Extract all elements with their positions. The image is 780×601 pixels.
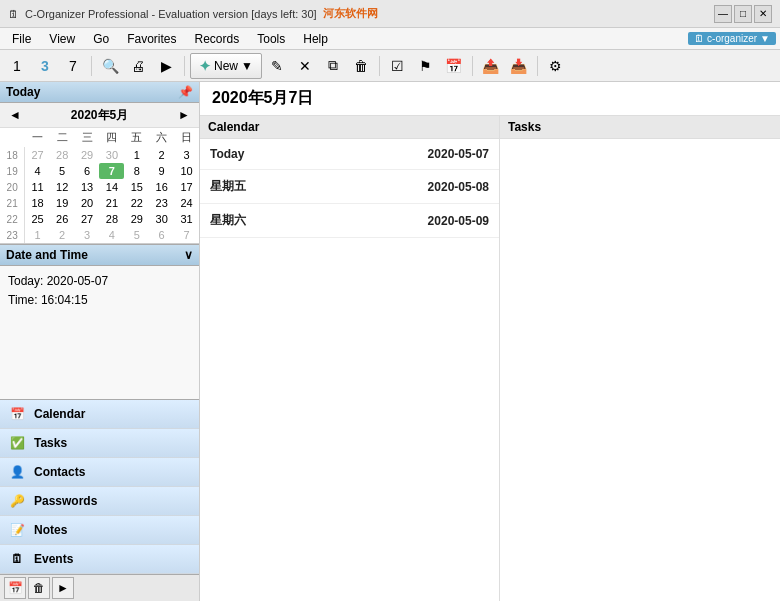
menu-records[interactable]: Records	[187, 30, 248, 48]
nav-footer-delete-btn[interactable]: 🗑	[28, 577, 50, 599]
menu-tools[interactable]: Tools	[249, 30, 293, 48]
toolbar-check-btn[interactable]: ☑	[385, 53, 411, 79]
toolbar-3day-btn[interactable]: 3	[32, 53, 58, 79]
nav-item-contacts[interactable]: 👤 Contacts	[0, 458, 199, 487]
title-bar-title: C-Organizer Professional - Evaluation ve…	[25, 8, 317, 20]
cal-day[interactable]: 25	[25, 211, 50, 227]
cal-day[interactable]: 6	[149, 227, 174, 243]
cal-day[interactable]: 24	[174, 195, 199, 211]
nav-item-passwords[interactable]: 🔑 Passwords	[0, 487, 199, 516]
toolbar-forward-btn[interactable]: ▶	[153, 53, 179, 79]
separator-4	[472, 56, 473, 76]
toolbar-print-btn[interactable]: 🖨	[125, 53, 151, 79]
mini-cal-title: 2020年5月	[71, 107, 128, 124]
calendar-entry-1[interactable]: 星期五 2020-05-08	[200, 170, 499, 204]
cal-day[interactable]: 14	[99, 179, 124, 195]
toolbar-search-btn[interactable]: 🔍	[97, 53, 123, 79]
cal-day[interactable]: 3	[75, 227, 100, 243]
toolbar-import-btn[interactable]: 📥	[506, 53, 532, 79]
events-nav-label: Events	[34, 552, 73, 566]
today-section-header: Today 📌	[0, 82, 199, 103]
cal-day[interactable]: 7	[174, 227, 199, 243]
toolbar-day-btn[interactable]: 1	[4, 53, 30, 79]
toolbar-export-btn[interactable]: 📤	[478, 53, 504, 79]
tasks-nav-icon: ✅	[8, 434, 26, 452]
right-panel: 2020年5月7日 Calendar Today 2020-05-07 星期五 …	[200, 82, 780, 601]
cal-day[interactable]: 30	[149, 211, 174, 227]
nav-item-notes[interactable]: 📝 Notes	[0, 516, 199, 545]
cal-day[interactable]: 2	[149, 147, 174, 163]
cal-day[interactable]: 29	[75, 147, 100, 163]
cal-day[interactable]: 16	[149, 179, 174, 195]
toolbar-flag-btn[interactable]: ⚑	[413, 53, 439, 79]
toolbar-trash-btn[interactable]: 🗑	[348, 53, 374, 79]
cal-day[interactable]: 8	[124, 163, 149, 179]
cal-day[interactable]: 31	[174, 211, 199, 227]
cal-day[interactable]: 15	[124, 179, 149, 195]
cal-day[interactable]: 28	[99, 211, 124, 227]
nav-footer-cal-btn[interactable]: 📅	[4, 577, 26, 599]
cal-day[interactable]: 3	[174, 147, 199, 163]
today-pin-icon[interactable]: 📌	[178, 85, 193, 99]
nav-item-events[interactable]: 🗓 Events	[0, 545, 199, 574]
cal-day[interactable]: 4	[25, 163, 50, 179]
mini-cal-next[interactable]: ►	[173, 106, 195, 124]
toolbar-delete-btn[interactable]: ✕	[292, 53, 318, 79]
date-time-collapse-icon[interactable]: ∨	[184, 248, 193, 262]
cal-day[interactable]: 6	[75, 163, 100, 179]
cal-day[interactable]: 23	[149, 195, 174, 211]
new-dropdown-icon: ▼	[241, 59, 253, 73]
cal-day[interactable]: 1	[25, 227, 50, 243]
minimize-button[interactable]: —	[714, 5, 732, 23]
notes-nav-icon: 📝	[8, 521, 26, 539]
toolbar-week-btn[interactable]: 7	[60, 53, 86, 79]
corganizer-badge[interactable]: 🗓 c-organizer ▼	[688, 32, 776, 45]
calendar-entry-0[interactable]: Today 2020-05-07	[200, 139, 499, 170]
cal-day[interactable]: 17	[174, 179, 199, 195]
cal-day[interactable]: 26	[50, 211, 75, 227]
toolbar-edit-btn[interactable]: ✎	[264, 53, 290, 79]
close-button[interactable]: ✕	[754, 5, 772, 23]
cal-day[interactable]: 5	[50, 163, 75, 179]
cal-day[interactable]: 12	[50, 179, 75, 195]
contacts-nav-label: Contacts	[34, 465, 85, 479]
cal-day[interactable]: 27	[75, 211, 100, 227]
maximize-button[interactable]: □	[734, 5, 752, 23]
new-button[interactable]: ✦ New ▼	[190, 53, 262, 79]
mini-cal-grid: 一 二 三 四 五 六 日 18272829301231945678910201…	[0, 128, 199, 243]
cal-day[interactable]: 28	[50, 147, 75, 163]
nav-footer-more-btn[interactable]: ►	[52, 577, 74, 599]
passwords-nav-label: Passwords	[34, 494, 97, 508]
cal-day[interactable]: 11	[25, 179, 50, 195]
cal-day[interactable]: 2	[50, 227, 75, 243]
cal-day[interactable]: 5	[124, 227, 149, 243]
menu-favorites[interactable]: Favorites	[119, 30, 184, 48]
menu-go[interactable]: Go	[85, 30, 117, 48]
notes-nav-label: Notes	[34, 523, 67, 537]
cal-day[interactable]: 30	[99, 147, 124, 163]
menu-help[interactable]: Help	[295, 30, 336, 48]
cal-day[interactable]: 21	[99, 195, 124, 211]
nav-item-calendar[interactable]: 📅 Calendar	[0, 400, 199, 429]
cal-day[interactable]: 20	[75, 195, 100, 211]
cal-day[interactable]: 10	[174, 163, 199, 179]
cal-day[interactable]: 7	[99, 163, 124, 179]
menu-file[interactable]: File	[4, 30, 39, 48]
cal-day[interactable]: 1	[124, 147, 149, 163]
cal-day[interactable]: 27	[25, 147, 50, 163]
calendar-entry-2[interactable]: 星期六 2020-05-09	[200, 204, 499, 238]
mini-cal-prev[interactable]: ◄	[4, 106, 26, 124]
toolbar-calendar-btn[interactable]: 📅	[441, 53, 467, 79]
today-label: Today	[6, 85, 40, 99]
toolbar-copy-btn[interactable]: ⧉	[320, 53, 346, 79]
cal-day[interactable]: 19	[50, 195, 75, 211]
cal-day[interactable]: 29	[124, 211, 149, 227]
cal-day[interactable]: 18	[25, 195, 50, 211]
toolbar-settings-btn[interactable]: ⚙	[543, 53, 569, 79]
cal-day[interactable]: 22	[124, 195, 149, 211]
menu-view[interactable]: View	[41, 30, 83, 48]
nav-item-tasks[interactable]: ✅ Tasks	[0, 429, 199, 458]
cal-day[interactable]: 9	[149, 163, 174, 179]
cal-day[interactable]: 13	[75, 179, 100, 195]
cal-day[interactable]: 4	[99, 227, 124, 243]
